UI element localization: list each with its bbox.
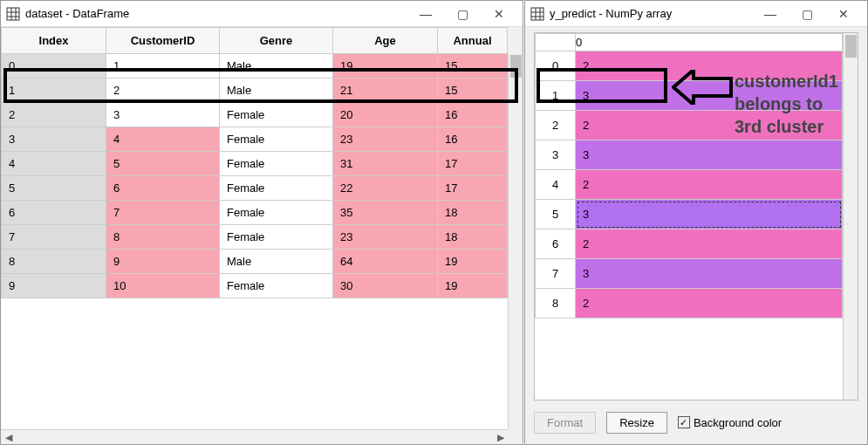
table-cell[interactable]: 17 bbox=[438, 176, 508, 201]
col-header[interactable]: Genre bbox=[220, 28, 333, 54]
table-row[interactable]: 13 bbox=[536, 81, 843, 111]
table-cell[interactable]: 30 bbox=[333, 274, 438, 298]
table-cell[interactable]: Female bbox=[220, 176, 333, 201]
col-header[interactable]: 0 bbox=[576, 34, 843, 51]
row-index[interactable]: 4 bbox=[536, 170, 576, 200]
col-header[interactable]: CustomerID bbox=[106, 28, 220, 54]
table-cell[interactable]: 23 bbox=[333, 127, 438, 152]
table-row[interactable]: 12Male2115 bbox=[2, 79, 508, 103]
table-cell[interactable]: 64 bbox=[333, 250, 438, 274]
table-cell[interactable]: 15 bbox=[438, 79, 508, 103]
maximize-button[interactable]: ▢ bbox=[444, 2, 481, 26]
table-cell[interactable]: 2 bbox=[576, 51, 843, 81]
table-cell[interactable]: 8 bbox=[106, 225, 220, 250]
table-cell[interactable]: Female bbox=[220, 152, 333, 176]
table-cell[interactable]: 2 bbox=[576, 170, 843, 200]
col-header[interactable]: Annual bbox=[438, 28, 508, 54]
table-cell[interactable]: 16 bbox=[438, 103, 508, 127]
table-cell[interactable]: 18 bbox=[438, 225, 508, 250]
table-cell[interactable]: 8 bbox=[2, 250, 106, 274]
table-cell[interactable]: 2 bbox=[576, 229, 843, 259]
table-cell[interactable]: Female bbox=[220, 127, 333, 152]
table-cell[interactable]: 19 bbox=[438, 250, 508, 274]
table-cell[interactable]: 6 bbox=[106, 176, 220, 201]
titlebar[interactable]: dataset - DataFrame — ▢ ✕ bbox=[1, 1, 523, 27]
table-cell[interactable]: 7 bbox=[2, 225, 106, 250]
table-cell[interactable]: 15 bbox=[438, 54, 508, 79]
table-cell[interactable]: 3 bbox=[106, 103, 220, 127]
minimize-button[interactable]: — bbox=[407, 2, 444, 26]
row-index[interactable]: 6 bbox=[536, 229, 576, 259]
table-cell[interactable]: Male bbox=[220, 79, 333, 103]
table-cell[interactable]: 2 bbox=[576, 289, 843, 318]
row-index[interactable]: 3 bbox=[536, 140, 576, 170]
table-row[interactable]: 67Female3518 bbox=[2, 201, 508, 225]
table-cell[interactable]: 3 bbox=[576, 140, 843, 170]
table-cell[interactable]: 35 bbox=[333, 201, 438, 225]
table-cell[interactable]: 1 bbox=[2, 79, 106, 103]
table-row[interactable]: 62 bbox=[536, 229, 843, 259]
table-row[interactable]: 23Female2016 bbox=[2, 103, 508, 127]
scroll-right-icon[interactable]: ▶ bbox=[493, 430, 508, 445]
table-cell[interactable]: 3 bbox=[576, 259, 843, 289]
vertical-scrollbar[interactable] bbox=[508, 53, 523, 428]
horizontal-scrollbar[interactable]: ◀ ▶ bbox=[1, 429, 508, 444]
table-cell[interactable]: 17 bbox=[438, 152, 508, 176]
table-cell[interactable]: 3 bbox=[576, 200, 843, 229]
table-cell[interactable]: 7 bbox=[106, 201, 220, 225]
close-button[interactable]: ✕ bbox=[825, 2, 862, 26]
row-index[interactable]: 0 bbox=[536, 51, 576, 81]
table-cell[interactable]: 2 bbox=[106, 79, 220, 103]
table-row[interactable]: 89Male6419 bbox=[2, 250, 508, 274]
table-cell[interactable]: 4 bbox=[106, 127, 220, 152]
table-cell[interactable]: 10 bbox=[106, 274, 220, 298]
dataset-table[interactable]: IndexCustomerIDGenreAgeAnnual 01Male1915… bbox=[1, 27, 508, 298]
format-button[interactable]: Format bbox=[534, 412, 596, 434]
table-row[interactable]: 33 bbox=[536, 140, 843, 170]
minimize-button[interactable]: — bbox=[752, 2, 789, 26]
table-cell[interactable]: Female bbox=[220, 274, 333, 298]
titlebar[interactable]: y_predict - NumPy array — ▢ ✕ bbox=[525, 1, 867, 27]
table-cell[interactable]: 2 bbox=[2, 103, 106, 127]
table-cell[interactable]: 19 bbox=[333, 54, 438, 79]
table-row[interactable]: 22 bbox=[536, 111, 843, 140]
table-row[interactable]: 01Male1915 bbox=[2, 54, 508, 79]
table-cell[interactable]: Male bbox=[220, 250, 333, 274]
table-cell[interactable]: 5 bbox=[106, 152, 220, 176]
table-row[interactable]: 73 bbox=[536, 259, 843, 289]
vertical-scrollbar[interactable] bbox=[843, 33, 858, 400]
table-row[interactable]: 56Female2217 bbox=[2, 176, 508, 201]
table-row[interactable]: 34Female2316 bbox=[2, 127, 508, 152]
table-cell[interactable]: 1 bbox=[106, 54, 220, 79]
table-row[interactable]: 45Female3117 bbox=[2, 152, 508, 176]
col-header[interactable]: Age bbox=[333, 28, 438, 54]
row-index[interactable]: 7 bbox=[536, 259, 576, 289]
table-cell[interactable]: 16 bbox=[438, 127, 508, 152]
table-cell[interactable]: 2 bbox=[576, 111, 843, 140]
table-row[interactable]: 82 bbox=[536, 289, 843, 318]
row-index[interactable]: 1 bbox=[536, 81, 576, 111]
scroll-left-icon[interactable]: ◀ bbox=[1, 430, 16, 445]
col-header[interactable] bbox=[536, 34, 576, 51]
table-cell[interactable]: 19 bbox=[438, 274, 508, 298]
table-cell[interactable]: Male bbox=[220, 54, 333, 79]
table-cell[interactable]: 9 bbox=[2, 274, 106, 298]
table-row[interactable]: 02 bbox=[536, 51, 843, 81]
table-row[interactable]: 78Female2318 bbox=[2, 225, 508, 250]
table-row[interactable]: 910Female3019 bbox=[2, 274, 508, 298]
ypredict-table[interactable]: 0021322334253627382 bbox=[535, 33, 843, 318]
table-row[interactable]: 42 bbox=[536, 170, 843, 200]
table-cell[interactable]: 6 bbox=[2, 201, 106, 225]
row-index[interactable]: 8 bbox=[536, 289, 576, 318]
table-cell[interactable]: 21 bbox=[333, 79, 438, 103]
table-cell[interactable]: 0 bbox=[2, 54, 106, 79]
table-cell[interactable]: 4 bbox=[2, 152, 106, 176]
table-cell[interactable]: 22 bbox=[333, 176, 438, 201]
row-index[interactable]: 2 bbox=[536, 111, 576, 140]
table-cell[interactable]: 18 bbox=[438, 201, 508, 225]
resize-button[interactable]: Resize bbox=[606, 412, 667, 434]
table-cell[interactable]: 3 bbox=[576, 81, 843, 111]
table-cell[interactable]: 9 bbox=[106, 250, 220, 274]
table-row[interactable]: 53 bbox=[536, 200, 843, 229]
table-cell[interactable]: Female bbox=[220, 201, 333, 225]
